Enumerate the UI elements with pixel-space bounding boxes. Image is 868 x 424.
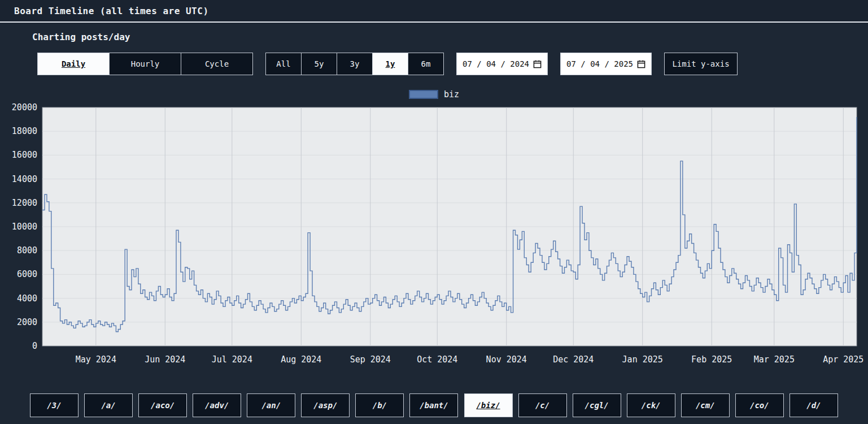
board-button-cgl[interactable]: /cgl/ — [573, 393, 621, 417]
calendar-icon[interactable] — [637, 60, 645, 68]
y-tick-label: 16000 — [12, 150, 37, 160]
board-button-bant[interactable]: /bant/ — [409, 393, 458, 417]
y-tick-label: 20000 — [12, 103, 37, 113]
chart-legend-item[interactable]: biz — [0, 89, 868, 100]
board-button-d[interactable]: /d/ — [790, 393, 838, 417]
board-button-co[interactable]: /co/ — [735, 393, 784, 417]
board-button-ck[interactable]: /ck/ — [627, 393, 675, 417]
start-date-input[interactable]: 07 / 04 / 2024 — [456, 53, 548, 75]
y-tick-label: 4000 — [17, 293, 37, 304]
y-tick-label: 8000 — [17, 245, 37, 256]
y-tick-label: 0 — [32, 341, 37, 351]
mode-button-group: DailyHourlyCycle — [37, 53, 253, 75]
range-button-5y[interactable]: 5y — [301, 53, 337, 75]
x-tick-label: Mar 2025 — [754, 354, 795, 365]
controls-row: DailyHourlyCycle All5y3y1y6m 07 / 04 / 2… — [37, 53, 868, 75]
end-date-value: 07 / 04 / 2025 — [566, 59, 633, 68]
calendar-icon[interactable] — [533, 60, 542, 68]
y-tick-label: 12000 — [12, 198, 37, 208]
end-date-input[interactable]: 07 / 04 / 2025 — [560, 53, 652, 75]
y-tick-label: 18000 — [12, 126, 37, 136]
mode-button-hourly[interactable]: Hourly — [109, 53, 181, 75]
range-button-3y[interactable]: 3y — [337, 53, 373, 75]
board-button-c[interactable]: /c/ — [518, 393, 567, 417]
legend-label: biz — [444, 89, 459, 99]
x-tick-label: Jul 2024 — [212, 354, 252, 365]
y-tick-label: 14000 — [12, 174, 37, 184]
range-button-6m[interactable]: 6m — [408, 53, 444, 75]
legend-swatch — [409, 90, 438, 99]
x-tick-label: Dec 2024 — [553, 354, 594, 365]
mode-button-cycle[interactable]: Cycle — [181, 53, 253, 75]
board-button-aco[interactable]: /aco/ — [138, 393, 187, 417]
board-button-cm[interactable]: /cm/ — [681, 393, 730, 417]
board-button-adv[interactable]: /adv/ — [193, 393, 241, 417]
range-button-1y[interactable]: 1y — [372, 53, 408, 75]
range-button-group: All5y3y1y6m — [265, 53, 444, 75]
board-button-3[interactable]: /3/ — [30, 393, 78, 417]
posts-per-day-chart: 0200040006000800010000120001400016000180… — [0, 103, 868, 374]
y-tick-label: 6000 — [17, 269, 37, 279]
x-tick-label: May 2024 — [76, 354, 116, 365]
y-tick-label: 2000 — [17, 317, 37, 327]
limit-y-axis-button[interactable]: Limit y-axis — [664, 53, 738, 75]
y-tick-label: 10000 — [12, 222, 37, 232]
x-tick-label: Sep 2024 — [350, 354, 391, 365]
board-button-row: /3//a//aco//adv//an//asp//b//bant//biz//… — [0, 393, 868, 417]
board-button-asp[interactable]: /asp/ — [301, 393, 350, 417]
board-button-biz[interactable]: /biz/ — [464, 393, 513, 417]
x-tick-label: Oct 2024 — [417, 354, 457, 365]
board-button-an[interactable]: /an/ — [247, 393, 295, 417]
page-title: Board Timeline (all times are UTC) — [14, 6, 209, 16]
board-button-b[interactable]: /b/ — [355, 393, 404, 417]
x-tick-label: Feb 2025 — [691, 354, 732, 365]
x-tick-label: Aug 2024 — [281, 354, 321, 365]
title-bar: Board Timeline (all times are UTC) — [0, 0, 868, 23]
x-tick-label: Nov 2024 — [486, 354, 527, 365]
mode-button-daily[interactable]: Daily — [37, 53, 110, 75]
x-tick-label: Apr 2025 — [823, 354, 863, 365]
x-tick-label: Jan 2025 — [622, 354, 663, 365]
range-button-all[interactable]: All — [265, 53, 302, 75]
start-date-value: 07 / 04 / 2024 — [463, 59, 529, 68]
board-button-a[interactable]: /a/ — [84, 393, 133, 417]
x-tick-label: Jun 2024 — [145, 354, 185, 365]
section-heading: Charting posts/day — [32, 32, 868, 42]
